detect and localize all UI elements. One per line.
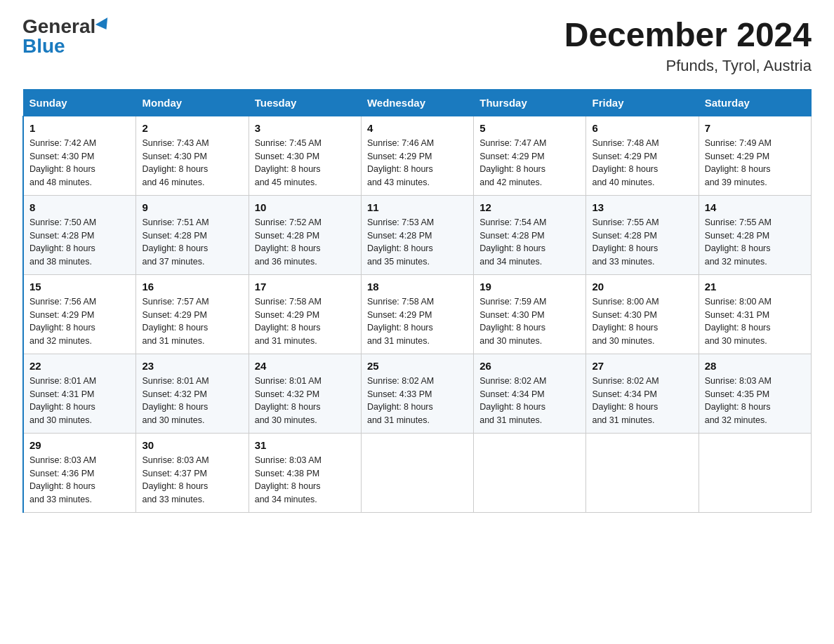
day-info: Sunrise: 8:03 AMSunset: 4:37 PMDaylight:… [142,454,242,507]
calendar-cell: 21Sunrise: 8:00 AMSunset: 4:31 PMDayligh… [699,274,811,354]
day-info: Sunrise: 8:03 AMSunset: 4:35 PMDaylight:… [705,375,805,427]
day-number: 19 [479,281,580,293]
day-info: Sunrise: 7:57 AMSunset: 4:29 PMDaylight:… [142,295,242,348]
calendar-cell: 30Sunrise: 8:03 AMSunset: 4:37 PMDayligh… [136,433,249,512]
calendar-cell: 1Sunrise: 7:42 AMSunset: 4:30 PMDaylight… [23,116,136,195]
calendar-header-row: SundayMondayTuesdayWednesdayThursdayFrid… [23,89,812,116]
calendar-cell: 6Sunrise: 7:48 AMSunset: 4:29 PMDaylight… [586,116,699,195]
calendar-cell [699,433,811,512]
calendar-cell [474,433,586,512]
calendar-cell: 22Sunrise: 8:01 AMSunset: 4:31 PMDayligh… [23,354,136,433]
day-info: Sunrise: 7:47 AMSunset: 4:29 PMDaylight:… [479,137,580,189]
header-sunday: Sunday [23,89,136,116]
calendar-cell: 20Sunrise: 8:00 AMSunset: 4:30 PMDayligh… [586,274,699,354]
day-info: Sunrise: 7:55 AMSunset: 4:28 PMDaylight:… [705,216,805,269]
day-info: Sunrise: 7:49 AMSunset: 4:29 PMDaylight:… [705,137,805,189]
calendar-cell: 15Sunrise: 7:56 AMSunset: 4:29 PMDayligh… [23,274,136,354]
header-thursday: Thursday [474,89,586,116]
day-number: 28 [705,360,805,372]
header-friday: Friday [586,89,699,116]
day-number: 1 [29,122,130,134]
calendar-cell: 27Sunrise: 8:02 AMSunset: 4:34 PMDayligh… [586,354,699,433]
day-number: 18 [367,281,468,293]
day-info: Sunrise: 8:02 AMSunset: 4:34 PMDaylight:… [592,375,692,427]
day-number: 26 [479,360,580,372]
calendar-cell: 23Sunrise: 8:01 AMSunset: 4:32 PMDayligh… [136,354,249,433]
calendar-cell: 9Sunrise: 7:51 AMSunset: 4:28 PMDaylight… [136,195,249,274]
calendar-cell: 5Sunrise: 7:47 AMSunset: 4:29 PMDaylight… [474,116,586,195]
logo: General Blue [22,17,111,56]
calendar-cell: 14Sunrise: 7:55 AMSunset: 4:28 PMDayligh… [699,195,811,274]
day-info: Sunrise: 7:50 AMSunset: 4:28 PMDaylight:… [29,216,130,269]
day-number: 30 [142,439,242,451]
logo-blue-text: Blue [22,36,65,56]
calendar-cell: 7Sunrise: 7:49 AMSunset: 4:29 PMDaylight… [699,116,811,195]
month-title: December 2024 [564,17,812,54]
calendar-cell [586,433,699,512]
day-info: Sunrise: 8:01 AMSunset: 4:32 PMDaylight:… [142,375,242,427]
logo-triangle-icon [95,18,112,33]
calendar-cell: 3Sunrise: 7:45 AMSunset: 4:30 PMDaylight… [249,116,361,195]
day-info: Sunrise: 7:52 AMSunset: 4:28 PMDaylight:… [255,216,355,269]
calendar-week-row: 15Sunrise: 7:56 AMSunset: 4:29 PMDayligh… [23,274,812,354]
day-number: 3 [255,122,355,134]
day-info: Sunrise: 7:54 AMSunset: 4:28 PMDaylight:… [479,216,580,269]
day-number: 12 [479,201,580,213]
day-info: Sunrise: 7:51 AMSunset: 4:28 PMDaylight:… [142,216,242,269]
day-info: Sunrise: 7:46 AMSunset: 4:29 PMDaylight:… [367,137,468,189]
header-wednesday: Wednesday [361,89,473,116]
day-info: Sunrise: 7:58 AMSunset: 4:29 PMDaylight:… [367,295,468,348]
day-info: Sunrise: 7:59 AMSunset: 4:30 PMDaylight:… [479,295,580,348]
day-info: Sunrise: 8:02 AMSunset: 4:34 PMDaylight:… [479,375,580,427]
calendar-week-row: 8Sunrise: 7:50 AMSunset: 4:28 PMDaylight… [23,195,812,274]
day-info: Sunrise: 8:01 AMSunset: 4:31 PMDaylight:… [29,375,130,427]
day-number: 16 [142,281,242,293]
calendar-week-row: 29Sunrise: 8:03 AMSunset: 4:36 PMDayligh… [23,433,812,512]
calendar-cell: 26Sunrise: 8:02 AMSunset: 4:34 PMDayligh… [474,354,586,433]
day-info: Sunrise: 7:43 AMSunset: 4:30 PMDaylight:… [142,137,242,189]
day-info: Sunrise: 7:42 AMSunset: 4:30 PMDaylight:… [29,137,130,189]
calendar-cell: 29Sunrise: 8:03 AMSunset: 4:36 PMDayligh… [23,433,136,512]
calendar-cell: 17Sunrise: 7:58 AMSunset: 4:29 PMDayligh… [249,274,361,354]
calendar-cell: 28Sunrise: 8:03 AMSunset: 4:35 PMDayligh… [699,354,811,433]
day-info: Sunrise: 7:48 AMSunset: 4:29 PMDaylight:… [592,137,692,189]
day-number: 9 [142,201,242,213]
calendar-cell: 24Sunrise: 8:01 AMSunset: 4:32 PMDayligh… [249,354,361,433]
calendar-table: SundayMondayTuesdayWednesdayThursdayFrid… [22,89,812,513]
calendar-cell: 8Sunrise: 7:50 AMSunset: 4:28 PMDaylight… [23,195,136,274]
day-number: 2 [142,122,242,134]
calendar-cell: 11Sunrise: 7:53 AMSunset: 4:28 PMDayligh… [361,195,473,274]
day-info: Sunrise: 8:00 AMSunset: 4:30 PMDaylight:… [592,295,692,348]
day-number: 5 [479,122,580,134]
day-number: 27 [592,360,692,372]
header-tuesday: Tuesday [249,89,361,116]
calendar-cell: 16Sunrise: 7:57 AMSunset: 4:29 PMDayligh… [136,274,249,354]
calendar-week-row: 22Sunrise: 8:01 AMSunset: 4:31 PMDayligh… [23,354,812,433]
calendar-cell: 13Sunrise: 7:55 AMSunset: 4:28 PMDayligh… [586,195,699,274]
day-number: 11 [367,201,468,213]
day-number: 20 [592,281,692,293]
day-number: 8 [29,201,130,213]
page-header: General Blue December 2024 Pfunds, Tyrol… [22,17,812,75]
calendar-week-row: 1Sunrise: 7:42 AMSunset: 4:30 PMDaylight… [23,116,812,195]
day-number: 17 [255,281,355,293]
calendar-cell: 25Sunrise: 8:02 AMSunset: 4:33 PMDayligh… [361,354,473,433]
header-monday: Monday [136,89,249,116]
day-info: Sunrise: 7:45 AMSunset: 4:30 PMDaylight:… [255,137,355,189]
day-info: Sunrise: 7:55 AMSunset: 4:28 PMDaylight:… [592,216,692,269]
header-saturday: Saturday [699,89,811,116]
calendar-cell: 4Sunrise: 7:46 AMSunset: 4:29 PMDaylight… [361,116,473,195]
calendar-cell: 19Sunrise: 7:59 AMSunset: 4:30 PMDayligh… [474,274,586,354]
day-number: 14 [705,201,805,213]
day-number: 4 [367,122,468,134]
day-info: Sunrise: 8:03 AMSunset: 4:36 PMDaylight:… [29,454,130,507]
day-info: Sunrise: 7:58 AMSunset: 4:29 PMDaylight:… [255,295,355,348]
day-number: 15 [29,281,130,293]
day-number: 21 [705,281,805,293]
calendar-cell [361,433,473,512]
day-info: Sunrise: 7:53 AMSunset: 4:28 PMDaylight:… [367,216,468,269]
calendar-cell: 12Sunrise: 7:54 AMSunset: 4:28 PMDayligh… [474,195,586,274]
logo-general-text: General [22,17,95,36]
day-number: 29 [29,439,130,451]
day-info: Sunrise: 7:56 AMSunset: 4:29 PMDaylight:… [29,295,130,348]
